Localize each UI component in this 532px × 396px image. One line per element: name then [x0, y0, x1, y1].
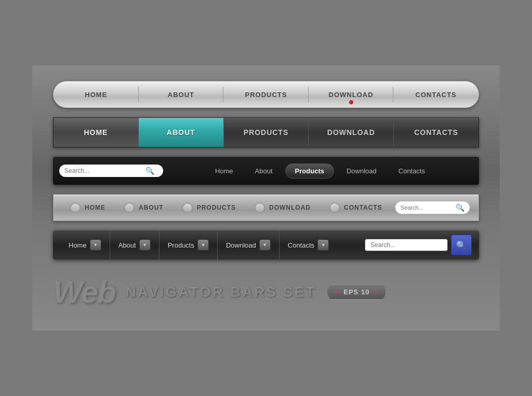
nav3-home[interactable]: Home — [206, 164, 243, 178]
nav2-products[interactable]: PRODUCTS — [224, 118, 309, 147]
search-icon: 🔍 — [145, 167, 154, 175]
nav-bars-title: NAVIGATOR BARS SET — [126, 284, 316, 301]
nav5-search-button[interactable]: 🔍 — [451, 235, 472, 255]
nav3-search-container: 🔍 — [59, 165, 163, 177]
nav4-home[interactable]: HOME — [62, 202, 114, 213]
eps-x-right: ✕ — [374, 289, 378, 295]
nav1-contacts[interactable]: CONTACTS — [393, 81, 478, 107]
navbar-5: Home ▼ About ▼ Products ▼ Download ▼ Con… — [53, 230, 479, 260]
nav1-home[interactable]: HOME — [54, 81, 139, 107]
nav5-contacts[interactable]: Contacts ▼ — [280, 230, 337, 260]
nav3-products[interactable]: Products — [285, 163, 334, 179]
nav3-items: Home About Products Download Contacts — [167, 163, 473, 179]
nav5-about[interactable]: About ▼ — [110, 230, 159, 260]
nav3-download[interactable]: Download — [337, 164, 386, 178]
nav4-search-input[interactable] — [401, 204, 453, 211]
navbar-4: HOME ABOUT PRODUCTS DOWNLOAD CONTACTS 🔍 — [53, 194, 479, 221]
nav1-about[interactable]: ABOUT — [139, 81, 224, 107]
bottom-section: Web NAVIGATOR BARS SET ✕ EPS 10 ✕ — [53, 274, 479, 310]
dropdown-arrow-download[interactable]: ▼ — [259, 239, 271, 251]
nav5-download[interactable]: Download ▼ — [218, 230, 280, 260]
dropdown-arrow-home[interactable]: ▼ — [90, 239, 101, 251]
nav2-home[interactable]: HOME — [54, 118, 139, 147]
nav5-search-input[interactable] — [370, 241, 428, 249]
main-canvas: HOME ABOUT PRODUCTS DOWNLOAD CONTACTS HO… — [32, 65, 500, 331]
nav4-circle-products — [182, 202, 193, 213]
nav4-circle-about — [124, 202, 135, 213]
nav4-search-container: 🔍 — [395, 201, 470, 214]
nav3-about[interactable]: About — [246, 164, 282, 178]
eps-x-left: ✕ — [335, 289, 339, 295]
nav5-search-container — [365, 239, 448, 251]
nav4-products[interactable]: PRODUCTS — [174, 202, 244, 213]
eps-badge: ✕ EPS 10 ✕ — [326, 284, 387, 300]
nav2-download[interactable]: DOWNLOAD — [309, 118, 394, 147]
navbar-3: 🔍 Home About Products Download Contacts — [53, 157, 479, 185]
nav4-circle-contacts — [329, 202, 340, 213]
nav4-circle-download — [255, 202, 265, 213]
nav4-download[interactable]: DOWNLOAD — [246, 202, 319, 213]
nav3-contacts[interactable]: Contacts — [389, 164, 434, 178]
nav2-about[interactable]: ABOUT — [139, 118, 224, 147]
nav2-contacts[interactable]: CONTACTS — [394, 118, 478, 147]
nav5-products[interactable]: Products ▼ — [159, 230, 218, 260]
nav4-circle-home — [70, 202, 81, 213]
nav4-contacts[interactable]: CONTACTS — [321, 202, 391, 213]
dropdown-arrow-contacts[interactable]: ▼ — [317, 239, 329, 251]
nav3-search-input[interactable] — [64, 167, 142, 174]
nav1-download[interactable]: DOWNLOAD — [309, 81, 394, 107]
web-label: Web — [53, 274, 115, 310]
dropdown-arrow-products[interactable]: ▼ — [197, 239, 209, 251]
nav4-about[interactable]: ABOUT — [116, 202, 172, 213]
eps-label: EPS 10 — [343, 288, 369, 296]
nav5-home[interactable]: Home ▼ — [60, 230, 110, 260]
nav1-products[interactable]: PRODUCTS — [223, 81, 309, 107]
search-icon-nav4: 🔍 — [456, 203, 464, 212]
navbar-1: HOME ABOUT PRODUCTS DOWNLOAD CONTACTS — [53, 81, 479, 108]
navbar-2: HOME ABOUT PRODUCTS DOWNLOAD CONTACTS — [53, 117, 479, 147]
dropdown-arrow-about[interactable]: ▼ — [139, 239, 151, 251]
